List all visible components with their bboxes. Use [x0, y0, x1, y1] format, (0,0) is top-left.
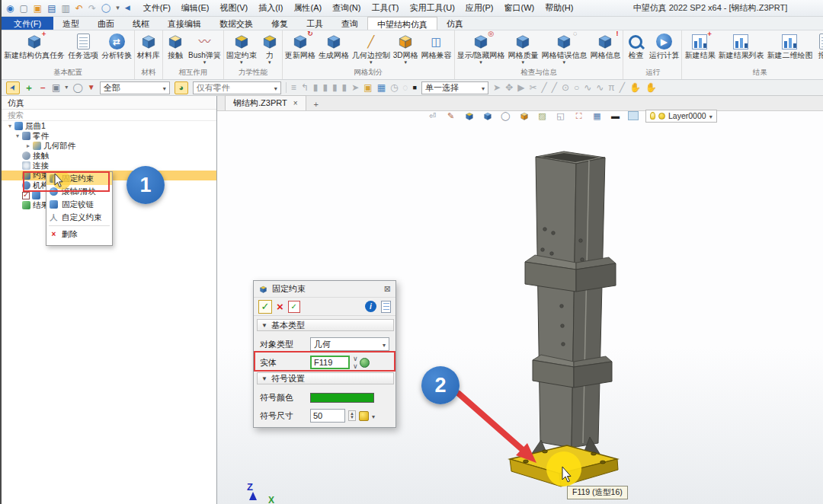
curve2-icon[interactable]	[596, 83, 604, 92]
symbol-size-input[interactable]: 50	[310, 409, 345, 423]
part-scope-icon[interactable]	[175, 81, 188, 94]
new-result-button[interactable]: ＋ 新建结果	[683, 30, 716, 65]
geometry-edge-control-button[interactable]: 几何边控制▾	[351, 30, 392, 65]
undo-icon[interactable]	[75, 4, 83, 13]
window-select-dropdown-icon[interactable]	[65, 85, 68, 91]
bar1-icon[interactable]	[313, 83, 319, 92]
line3-icon[interactable]	[620, 83, 625, 92]
close-tab-icon[interactable]: ×	[293, 99, 298, 107]
background-icon[interactable]	[536, 110, 548, 121]
menu-item-fixed-hinge[interactable]: 固定铰链	[46, 198, 112, 211]
line2-icon[interactable]	[552, 83, 557, 92]
redo-icon[interactable]	[88, 4, 96, 13]
print-icon[interactable]	[62, 4, 70, 13]
entity-input[interactable]: F119	[310, 356, 350, 369]
ring-icon[interactable]	[402, 83, 408, 92]
menu-file[interactable]: 文件(F)	[143, 2, 171, 14]
tree-search-input[interactable]: 搜索	[2, 110, 216, 121]
menu-insert[interactable]: 插入(I)	[258, 2, 283, 14]
add-filter-icon[interactable]	[24, 83, 34, 92]
save-icon[interactable]	[47, 4, 56, 13]
menu-window[interactable]: 窗口(W)	[504, 2, 534, 14]
pi-icon[interactable]	[608, 83, 614, 92]
exit-view-icon[interactable]	[427, 110, 438, 121]
menu-tools[interactable]: 工具(T)	[371, 2, 399, 14]
ribbon-tab-structural-sim[interactable]: 中望结构仿真	[367, 17, 437, 30]
entity-filter-combo[interactable]: 全部	[100, 81, 170, 94]
symbol-settings-section-header[interactable]: ▼符号设置	[257, 372, 394, 384]
ribbon-tab-inquire[interactable]: 查询	[332, 17, 367, 30]
history-icon[interactable]	[390, 83, 398, 92]
force-button[interactable]: 力▾	[258, 30, 281, 65]
document-tab[interactable]: 钢结构.Z3PRT×	[225, 95, 306, 110]
render-brush-icon[interactable]	[445, 110, 456, 121]
menu-inquire[interactable]: 查询(N)	[332, 2, 360, 14]
report-button[interactable]: 报告	[814, 30, 823, 65]
curve1-icon[interactable]	[584, 83, 591, 92]
mesh-quality-button[interactable]: 网格质量▾	[506, 30, 540, 65]
move-icon[interactable]	[505, 83, 513, 92]
mesh-compat-button[interactable]: 网格兼容	[420, 30, 453, 65]
tree-item-contact[interactable]: 接触	[2, 151, 216, 161]
note-button[interactable]	[381, 301, 391, 313]
menu-utilities[interactable]: 实用工具(U)	[410, 2, 455, 14]
cancel-button[interactable]: ×	[277, 300, 283, 313]
task-options-button[interactable]: 任务选项	[66, 30, 100, 65]
bar2-icon[interactable]	[322, 83, 328, 92]
object-type-dropdown[interactable]: 几何	[310, 337, 389, 351]
ribbon-tab-shape[interactable]: 造型	[53, 17, 88, 30]
menu-app[interactable]: 应用(P)	[466, 2, 494, 14]
line-width-icon[interactable]	[610, 110, 621, 121]
symbol-color-swatch[interactable]	[310, 393, 374, 403]
bush-spring-button[interactable]: Bush弹簧▾	[187, 30, 223, 65]
qat-dropdown-icon[interactable]	[116, 5, 120, 11]
dropper-dropdown-icon[interactable]	[372, 411, 375, 420]
circle-icon[interactable]	[574, 83, 579, 92]
menu-item-custom-constraint[interactable]: 人 自定义约束	[46, 211, 112, 224]
hand1-icon[interactable]	[629, 83, 641, 92]
reroute-icon[interactable]	[301, 83, 309, 92]
stop-icon[interactable]	[413, 85, 417, 91]
open-file-icon[interactable]	[34, 4, 42, 13]
apply-button[interactable]: ✓	[288, 301, 300, 313]
tree-item-buckling-task[interactable]: 屈曲1	[2, 121, 216, 131]
info-button[interactable]: i	[365, 301, 376, 312]
sel-arrow-icon[interactable]	[493, 83, 501, 92]
menu-item-fixed-constraint[interactable]: 固定约束	[46, 172, 112, 185]
fit-view-icon[interactable]	[573, 110, 584, 121]
expand-list-icon[interactable]: ∨∨	[353, 355, 357, 370]
bar4-icon[interactable]	[342, 83, 347, 92]
table-icon[interactable]	[377, 83, 386, 92]
filter-funnel-icon[interactable]	[88, 84, 95, 91]
expander-icon[interactable]	[24, 142, 32, 149]
lasso-icon[interactable]	[72, 83, 82, 92]
new-file-icon[interactable]	[19, 4, 27, 13]
mesh-3d-button[interactable]: 3D网格▾	[392, 30, 420, 65]
zoom-window-icon[interactable]	[555, 110, 566, 121]
bar3-icon[interactable]	[332, 83, 338, 92]
analysis-convert-button[interactable]: ⇄ 分析转换	[100, 30, 133, 65]
run-compute-button[interactable]: ▶ 运行计算	[647, 30, 680, 65]
pick-cursor-icon[interactable]	[6, 81, 20, 94]
perspective-icon[interactable]	[500, 110, 511, 121]
multi-view-icon[interactable]	[591, 110, 603, 121]
contact-button[interactable]: 接触	[164, 30, 187, 65]
pick-entity-icon[interactable]	[360, 358, 370, 368]
basic-type-section-header[interactable]: ▼基本类型	[257, 319, 394, 331]
canvas-color-icon[interactable]	[628, 111, 639, 120]
dialog-close-icon[interactable]: ⊠	[384, 284, 391, 294]
check-button[interactable]: 检查	[624, 30, 647, 65]
ribbon-tab-data-exchange[interactable]: 数据交换	[210, 17, 262, 30]
ribbon-tab-file[interactable]: 文件(F)	[2, 17, 53, 30]
tree-item-geometry[interactable]: 几何部件	[2, 141, 216, 151]
show-hide-mesh-button[interactable]: ◎ 显示/隐藏网格▾	[456, 30, 507, 65]
mesh-checkbox[interactable]	[22, 192, 30, 199]
new-result-list-button[interactable]: 新建结果列表	[716, 30, 765, 65]
new-2d-plot-button[interactable]: 新建二维绘图	[765, 30, 814, 65]
generate-mesh-button[interactable]: 生成网格	[317, 30, 351, 65]
new-sim-task-button[interactable]: ＋ 新建结构仿真任务	[2, 30, 66, 65]
center-circle-icon[interactable]	[562, 83, 569, 92]
collapse-icon[interactable]	[125, 5, 130, 11]
ribbon-tab-direct-edit[interactable]: 直接编辑	[159, 17, 210, 30]
regen-icon[interactable]	[101, 4, 110, 12]
